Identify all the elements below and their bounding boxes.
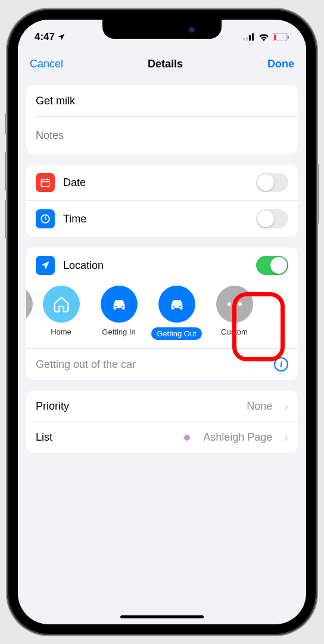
- svg-rect-5: [274, 35, 276, 40]
- location-option-current[interactable]: ent: [26, 286, 32, 340]
- nav-bar: Cancel Details Done: [18, 48, 306, 79]
- clock-icon: [36, 209, 55, 228]
- priority-list-card: Priority None › List Ashleigh Page ›: [26, 391, 298, 453]
- list-value: Ashleigh Page: [203, 431, 272, 444]
- done-button[interactable]: Done: [267, 58, 294, 70]
- location-services-icon: [57, 33, 66, 41]
- chevron-right-icon: ›: [284, 431, 288, 444]
- svg-rect-3: [252, 33, 254, 41]
- cancel-button[interactable]: Cancel: [30, 58, 63, 70]
- location-option-label: Home: [51, 327, 71, 336]
- svg-point-12: [115, 306, 117, 308]
- power-button: [317, 164, 319, 224]
- svg-rect-1: [246, 37, 248, 41]
- location-option-label: Getting In: [102, 327, 135, 336]
- title-notes-card: [26, 85, 298, 154]
- svg-point-16: [228, 302, 231, 306]
- location-options-scroller[interactable]: ent Home Getting In: [26, 283, 298, 348]
- ellipsis-icon: [216, 286, 253, 323]
- phone-frame: 4:47 Cancel Details Done: [7, 9, 317, 635]
- location-detail-text: Getting out of the car: [36, 358, 136, 371]
- location-detail-row[interactable]: Getting out of the car i: [26, 348, 298, 380]
- svg-point-18: [238, 302, 242, 306]
- chevron-right-icon: ›: [284, 400, 288, 413]
- date-toggle[interactable]: [256, 173, 288, 192]
- info-icon[interactable]: i: [274, 357, 288, 371]
- date-label: Date: [63, 177, 248, 189]
- svg-rect-2: [249, 35, 251, 41]
- car-icon: [101, 286, 138, 323]
- location-option-home[interactable]: Home: [32, 286, 90, 340]
- location-option-custom[interactable]: Custom: [205, 286, 263, 340]
- mute-switch: [5, 113, 7, 134]
- wifi-icon: [258, 33, 269, 41]
- notch: [102, 20, 222, 39]
- battery-low-icon: [273, 33, 289, 41]
- calendar-icon: [36, 173, 55, 192]
- reminder-notes-input[interactable]: [36, 129, 288, 142]
- status-time: 4:47: [35, 31, 55, 43]
- location-label: Location: [63, 259, 248, 272]
- location-row[interactable]: Location: [26, 247, 298, 283]
- svg-rect-0: [243, 38, 245, 41]
- list-row[interactable]: List Ashleigh Page ›: [26, 422, 298, 453]
- time-label: Time: [63, 213, 248, 225]
- svg-point-14: [173, 306, 175, 308]
- home-icon: [43, 286, 80, 323]
- svg-point-15: [179, 306, 181, 308]
- date-time-card: Date Time: [26, 165, 298, 237]
- priority-value: None: [247, 400, 272, 413]
- priority-label: Priority: [36, 400, 238, 413]
- location-option-label: Custom: [221, 327, 248, 336]
- home-indicator[interactable]: [120, 615, 204, 618]
- svg-rect-7: [41, 179, 49, 187]
- svg-point-13: [122, 306, 123, 308]
- location-option-label-selected: Getting Out: [151, 327, 201, 340]
- location-toggle[interactable]: [256, 256, 288, 275]
- time-row[interactable]: Time: [26, 200, 298, 237]
- list-label: List: [36, 431, 176, 444]
- volume-up-button: [5, 152, 7, 191]
- date-row[interactable]: Date: [26, 165, 298, 200]
- svg-rect-6: [288, 36, 289, 39]
- svg-point-17: [233, 302, 236, 306]
- location-option-getting-in[interactable]: Getting In: [90, 286, 148, 340]
- reminder-title-input[interactable]: [36, 95, 288, 107]
- volume-down-button: [5, 200, 7, 239]
- location-card: Location ent Home: [26, 247, 298, 380]
- page-title: Details: [148, 58, 183, 70]
- location-option-getting-out[interactable]: Getting Out: [148, 286, 205, 340]
- cellular-signal-icon: [243, 33, 255, 41]
- time-toggle[interactable]: [256, 209, 288, 228]
- list-color-dot: [184, 435, 190, 441]
- car-icon: [158, 286, 195, 323]
- priority-row[interactable]: Priority None ›: [26, 391, 298, 422]
- location-arrow-icon: [36, 256, 55, 275]
